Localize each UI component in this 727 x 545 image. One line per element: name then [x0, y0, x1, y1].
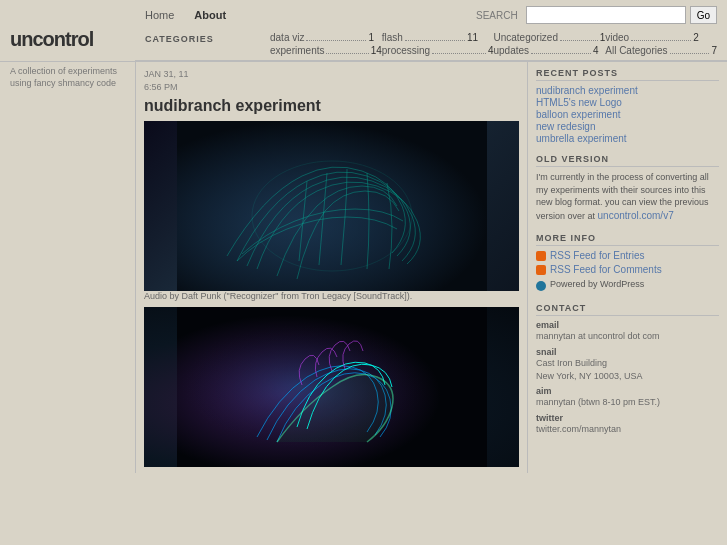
twitter-label: twitter [536, 413, 719, 423]
old-version-section: OLD VERSION I'm currently in the process… [536, 154, 719, 223]
category-item[interactable]: processing 4 [382, 45, 494, 56]
recent-post-item[interactable]: HTML5's new Logo [536, 97, 719, 108]
wordpress-icon [536, 281, 546, 291]
post-image-1 [144, 121, 519, 291]
rss-entries-link[interactable]: RSS Feed for Entries [550, 250, 644, 261]
search-label: SEARCH [476, 10, 518, 21]
search-go-button[interactable]: Go [690, 6, 717, 24]
recent-post-item[interactable]: umbrella experiment [536, 133, 719, 144]
snail-label: snail [536, 347, 719, 357]
powered-by: Powered by WordPress [550, 278, 644, 291]
contact-heading: CONTACT [536, 303, 719, 316]
search-input[interactable] [526, 6, 686, 24]
recent-post-item[interactable]: new redesign [536, 121, 719, 132]
old-version-heading: OLD VERSION [536, 154, 719, 167]
post-date: JAN 31, 11 6:56 PM [144, 68, 519, 93]
category-item[interactable]: updates 4 [494, 45, 606, 56]
contact-section: CONTACT email mannytan at uncontrol dot … [536, 303, 719, 435]
category-item[interactable]: Uncategorized 1 [494, 32, 606, 43]
rss-icon [536, 265, 546, 275]
rss-icon [536, 251, 546, 261]
category-item[interactable]: data viz 1 [270, 32, 382, 43]
more-info-section: MORE INFO RSS Feed for Entries RSS Feed … [536, 233, 719, 294]
category-item[interactable]: video 2 [605, 32, 717, 43]
snail-value: Cast Iron BuildingNew York, NY 10003, US… [536, 357, 719, 382]
more-info-heading: MORE INFO [536, 233, 719, 246]
recent-post-item[interactable]: balloon experiment [536, 109, 719, 120]
email-label: email [536, 320, 719, 330]
post-caption: Audio by Daft Punk ("Recognizer" from Tr… [144, 291, 519, 301]
post-title: nudibranch experiment [144, 97, 519, 115]
site-tagline: A collection of experiments using fancy … [0, 62, 135, 93]
site-title: uncontrol [10, 28, 93, 51]
categories-label: CATEGORIES [135, 32, 270, 44]
category-item[interactable]: flash 11 [382, 32, 494, 43]
nav-about[interactable]: About [194, 9, 226, 21]
twitter-value: twitter.com/mannytan [536, 423, 719, 436]
recent-posts-heading: RECENT POSTS [536, 68, 719, 81]
category-item[interactable]: experiments 14 [270, 45, 382, 56]
nav-home[interactable]: Home [145, 9, 174, 21]
aim-value: mannytan (btwn 8-10 pm EST.) [536, 396, 719, 409]
email-value: mannytan at uncontrol dot com [536, 330, 719, 343]
recent-posts-section: RECENT POSTS nudibranch experiment HTML5… [536, 68, 719, 144]
svg-rect-0 [177, 121, 487, 291]
old-version-link[interactable]: uncontrol.com/v7 [598, 210, 674, 221]
post-image-2 [144, 307, 519, 467]
rss-comments-link[interactable]: RSS Feed for Comments [550, 264, 662, 275]
old-version-text: I'm currently in the process of converti… [536, 171, 719, 223]
recent-post-item[interactable]: nudibranch experiment [536, 85, 719, 96]
aim-label: aim [536, 386, 719, 396]
category-item[interactable]: All Categories 7 [605, 45, 717, 56]
